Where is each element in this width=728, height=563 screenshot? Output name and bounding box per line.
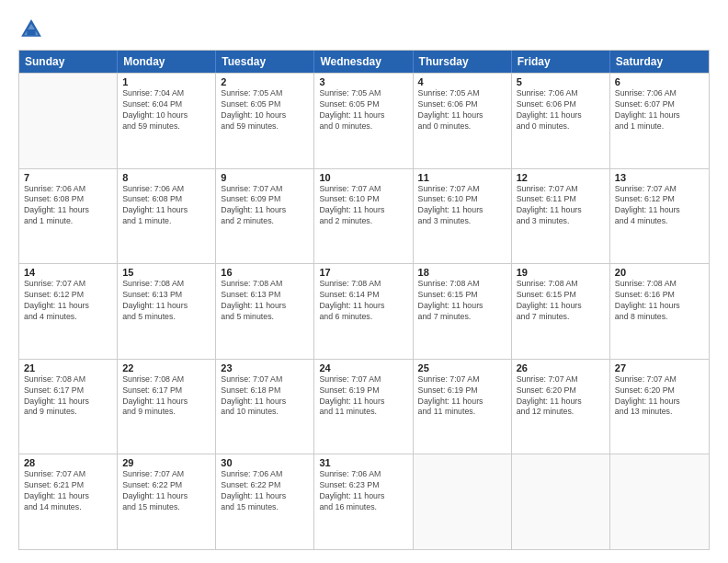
svg-rect-2 <box>27 29 35 35</box>
day-number: 21 <box>24 362 112 373</box>
calendar-week-row: 1Sunrise: 7:04 AM Sunset: 6:04 PM Daylig… <box>19 73 709 168</box>
calendar-cell: 19Sunrise: 7:08 AM Sunset: 6:15 PM Dayli… <box>512 264 610 359</box>
day-info: Sunrise: 7:08 AM Sunset: 6:15 PM Dayligh… <box>517 279 605 323</box>
day-number: 22 <box>122 362 210 373</box>
day-number: 23 <box>221 362 309 373</box>
day-info: Sunrise: 7:07 AM Sunset: 6:10 PM Dayligh… <box>418 184 506 228</box>
calendar-header-day: Tuesday <box>216 51 314 73</box>
calendar-cell: 9Sunrise: 7:07 AM Sunset: 6:09 PM Daylig… <box>216 169 314 264</box>
calendar-cell: 5Sunrise: 7:06 AM Sunset: 6:06 PM Daylig… <box>512 74 610 168</box>
calendar-cell: 15Sunrise: 7:08 AM Sunset: 6:13 PM Dayli… <box>118 264 216 359</box>
calendar-cell: 31Sunrise: 7:06 AM Sunset: 6:23 PM Dayli… <box>314 454 413 549</box>
calendar-cell: 12Sunrise: 7:07 AM Sunset: 6:11 PM Dayli… <box>512 169 610 264</box>
calendar-cell: 11Sunrise: 7:07 AM Sunset: 6:10 PM Dayli… <box>414 169 512 264</box>
calendar-cell: 20Sunrise: 7:08 AM Sunset: 6:16 PM Dayli… <box>610 264 709 359</box>
calendar-cell: 16Sunrise: 7:08 AM Sunset: 6:13 PM Dayli… <box>216 264 314 359</box>
calendar-cell: 10Sunrise: 7:07 AM Sunset: 6:10 PM Dayli… <box>314 169 413 264</box>
calendar-cell: 4Sunrise: 7:05 AM Sunset: 6:06 PM Daylig… <box>414 74 512 168</box>
day-number: 12 <box>517 172 605 183</box>
calendar-header-day: Friday <box>512 51 610 73</box>
calendar-header-day: Saturday <box>610 51 709 73</box>
day-info: Sunrise: 7:07 AM Sunset: 6:20 PM Dayligh… <box>517 374 605 419</box>
calendar-cell: 23Sunrise: 7:07 AM Sunset: 6:18 PM Dayli… <box>216 360 314 454</box>
day-number: 11 <box>418 172 506 183</box>
calendar-cell: 14Sunrise: 7:07 AM Sunset: 6:12 PM Dayli… <box>19 264 118 359</box>
calendar-cell: 26Sunrise: 7:07 AM Sunset: 6:20 PM Dayli… <box>512 360 610 454</box>
day-info: Sunrise: 7:07 AM Sunset: 6:19 PM Dayligh… <box>319 374 407 419</box>
calendar-header-day: Wednesday <box>314 51 413 73</box>
day-info: Sunrise: 7:06 AM Sunset: 6:06 PM Dayligh… <box>517 88 605 132</box>
day-info: Sunrise: 7:07 AM Sunset: 6:20 PM Dayligh… <box>615 374 704 419</box>
day-info: Sunrise: 7:07 AM Sunset: 6:10 PM Dayligh… <box>319 184 407 228</box>
day-number: 17 <box>319 267 407 278</box>
calendar-header-day: Monday <box>118 51 216 73</box>
day-info: Sunrise: 7:05 AM Sunset: 6:06 PM Dayligh… <box>418 88 506 132</box>
day-info: Sunrise: 7:08 AM Sunset: 6:17 PM Dayligh… <box>24 374 112 419</box>
day-info: Sunrise: 7:07 AM Sunset: 6:12 PM Dayligh… <box>615 184 704 228</box>
day-number: 26 <box>517 362 605 373</box>
day-info: Sunrise: 7:08 AM Sunset: 6:13 PM Dayligh… <box>221 279 309 323</box>
calendar-cell: 21Sunrise: 7:08 AM Sunset: 6:17 PM Dayli… <box>19 360 118 454</box>
calendar-header-day: Thursday <box>414 51 512 73</box>
day-number: 5 <box>517 76 605 87</box>
calendar-cell: 29Sunrise: 7:07 AM Sunset: 6:22 PM Dayli… <box>118 454 216 549</box>
day-number: 8 <box>122 172 210 183</box>
calendar-week-row: 28Sunrise: 7:07 AM Sunset: 6:21 PM Dayli… <box>19 454 709 549</box>
calendar-cell <box>610 454 709 549</box>
day-number: 29 <box>122 457 210 468</box>
calendar-cell <box>414 454 512 549</box>
calendar-header: SundayMondayTuesdayWednesdayThursdayFrid… <box>19 51 709 73</box>
day-number: 20 <box>615 267 704 278</box>
day-info: Sunrise: 7:05 AM Sunset: 6:05 PM Dayligh… <box>319 88 407 132</box>
calendar-cell: 2Sunrise: 7:05 AM Sunset: 6:05 PM Daylig… <box>216 74 314 168</box>
day-info: Sunrise: 7:07 AM Sunset: 6:19 PM Dayligh… <box>418 374 506 419</box>
day-info: Sunrise: 7:08 AM Sunset: 6:15 PM Dayligh… <box>418 279 506 323</box>
calendar-cell: 7Sunrise: 7:06 AM Sunset: 6:08 PM Daylig… <box>19 169 118 264</box>
calendar-cell: 24Sunrise: 7:07 AM Sunset: 6:19 PM Dayli… <box>314 360 413 454</box>
day-number: 16 <box>221 267 309 278</box>
calendar-cell: 17Sunrise: 7:08 AM Sunset: 6:14 PM Dayli… <box>314 264 413 359</box>
day-info: Sunrise: 7:06 AM Sunset: 6:23 PM Dayligh… <box>319 469 407 513</box>
day-info: Sunrise: 7:07 AM Sunset: 6:21 PM Dayligh… <box>24 469 112 513</box>
calendar-cell: 22Sunrise: 7:08 AM Sunset: 6:17 PM Dayli… <box>118 360 216 454</box>
day-number: 9 <box>221 172 309 183</box>
calendar: SundayMondayTuesdayWednesdayThursdayFrid… <box>18 50 710 550</box>
day-info: Sunrise: 7:08 AM Sunset: 6:17 PM Dayligh… <box>122 374 210 419</box>
calendar-cell: 27Sunrise: 7:07 AM Sunset: 6:20 PM Dayli… <box>610 360 709 454</box>
day-info: Sunrise: 7:06 AM Sunset: 6:07 PM Dayligh… <box>615 88 704 132</box>
calendar-week-row: 21Sunrise: 7:08 AM Sunset: 6:17 PM Dayli… <box>19 359 709 454</box>
calendar-cell <box>19 74 118 168</box>
calendar-week-row: 7Sunrise: 7:06 AM Sunset: 6:08 PM Daylig… <box>19 168 709 264</box>
calendar-cell: 6Sunrise: 7:06 AM Sunset: 6:07 PM Daylig… <box>610 74 709 168</box>
calendar-cell: 8Sunrise: 7:06 AM Sunset: 6:08 PM Daylig… <box>118 169 216 264</box>
day-number: 24 <box>319 362 407 373</box>
day-number: 19 <box>517 267 605 278</box>
day-info: Sunrise: 7:06 AM Sunset: 6:08 PM Dayligh… <box>24 184 112 228</box>
day-number: 1 <box>122 76 210 87</box>
day-info: Sunrise: 7:08 AM Sunset: 6:13 PM Dayligh… <box>122 279 210 323</box>
day-info: Sunrise: 7:06 AM Sunset: 6:08 PM Dayligh… <box>122 184 210 228</box>
day-number: 31 <box>319 457 407 468</box>
calendar-cell: 30Sunrise: 7:06 AM Sunset: 6:22 PM Dayli… <box>216 454 314 549</box>
day-info: Sunrise: 7:08 AM Sunset: 6:16 PM Dayligh… <box>615 279 704 323</box>
calendar-header-day: Sunday <box>19 51 118 73</box>
day-info: Sunrise: 7:07 AM Sunset: 6:18 PM Dayligh… <box>221 374 309 419</box>
day-number: 27 <box>615 362 704 373</box>
calendar-body: 1Sunrise: 7:04 AM Sunset: 6:04 PM Daylig… <box>19 73 709 549</box>
day-number: 14 <box>24 267 112 278</box>
calendar-cell: 13Sunrise: 7:07 AM Sunset: 6:12 PM Dayli… <box>610 169 709 264</box>
calendar-cell: 1Sunrise: 7:04 AM Sunset: 6:04 PM Daylig… <box>118 74 216 168</box>
logo <box>18 17 48 42</box>
day-number: 2 <box>221 76 309 87</box>
calendar-cell <box>512 454 610 549</box>
calendar-cell: 25Sunrise: 7:07 AM Sunset: 6:19 PM Dayli… <box>414 360 512 454</box>
day-number: 13 <box>615 172 704 183</box>
calendar-week-row: 14Sunrise: 7:07 AM Sunset: 6:12 PM Dayli… <box>19 263 709 359</box>
calendar-cell: 28Sunrise: 7:07 AM Sunset: 6:21 PM Dayli… <box>19 454 118 549</box>
day-number: 18 <box>418 267 506 278</box>
day-number: 3 <box>319 76 407 87</box>
day-info: Sunrise: 7:06 AM Sunset: 6:22 PM Dayligh… <box>221 469 309 513</box>
day-info: Sunrise: 7:08 AM Sunset: 6:14 PM Dayligh… <box>319 279 407 323</box>
day-number: 28 <box>24 457 112 468</box>
day-number: 7 <box>24 172 112 183</box>
